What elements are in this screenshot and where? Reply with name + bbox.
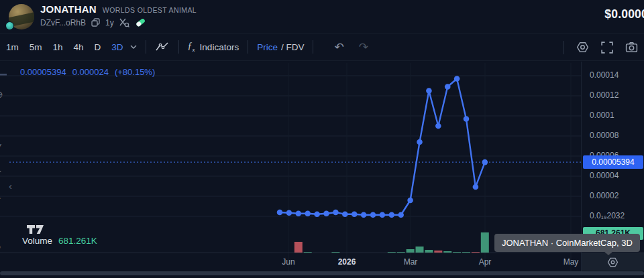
token-name: JONATHAN (40, 3, 97, 15)
interval-button-1h[interactable]: 1h (53, 42, 63, 52)
y-axis-tick: 0.00002 (590, 191, 619, 200)
copy-icon[interactable] (91, 18, 100, 27)
undo-icon[interactable]: ↶ (334, 40, 343, 54)
toolbar-divider (178, 40, 179, 54)
price-point (389, 212, 395, 218)
price-point (361, 212, 367, 218)
fdv-toggle[interactable]: / FDV (281, 42, 305, 52)
pill-icon[interactable] (135, 17, 146, 27)
header-price-display: $0.0000 (604, 7, 644, 21)
interval-button-4h[interactable]: 4h (74, 42, 84, 52)
price-point (464, 116, 470, 122)
axis-settings-button[interactable] (582, 253, 644, 271)
volume-label[interactable]: Volume (22, 236, 52, 246)
range-label[interactable]: 1y (105, 18, 114, 27)
chart-tooltip: JONATHAN · CoinMarketCap, 3D (494, 234, 640, 252)
tooltip-notch (604, 251, 613, 255)
toolbar-divider (146, 40, 146, 54)
y-axis-tick: 0.0₁₉2032 (590, 211, 625, 220)
price-point (407, 198, 413, 204)
toolbar-divider (563, 41, 564, 54)
tradingview-logo[interactable] (27, 225, 46, 234)
price-point (380, 212, 386, 218)
fullscreen-icon[interactable] (601, 42, 613, 54)
y-axis-tick: 0.00014 (590, 70, 619, 80)
x-search-icon[interactable] (119, 18, 129, 27)
chevron-down-icon[interactable] (130, 45, 137, 49)
x-axis-label: 2026 (332, 257, 362, 267)
token-tagline: WORLDS OLDEST ANIMAL (103, 6, 197, 14)
price-point (370, 212, 376, 218)
indicators-button[interactable]: Indicators (200, 42, 239, 52)
gear-icon (607, 257, 619, 268)
price-current: 0.00005394 (20, 67, 66, 77)
price-toggle[interactable]: Price (257, 42, 278, 52)
header: JONATHAN WORLDS OLDEST ANIMAL DZvF...oRh… (0, 0, 644, 33)
price-point (342, 211, 348, 217)
price-point (426, 88, 432, 94)
chart-type-icon[interactable] (155, 41, 170, 53)
interval-button-3d[interactable]: 3D (111, 42, 123, 52)
price-change-pct: (+80.15%) (115, 67, 155, 77)
price-point (435, 123, 441, 129)
toolbar-divider (248, 40, 248, 54)
price-line (280, 79, 485, 215)
y-axis-tick: 0.00008 (590, 131, 619, 140)
trading-chart-app: JONATHAN WORLDS OLDEST ANIMAL DZvF...oRh… (0, 0, 644, 278)
price-point (305, 211, 311, 217)
toolbar-divider (313, 40, 313, 54)
price-point (352, 211, 358, 217)
price-change-abs: 0.000024 (72, 67, 109, 77)
price-point (398, 212, 404, 218)
camera-icon[interactable] (625, 42, 638, 53)
price-point (445, 84, 451, 90)
price-point (314, 211, 320, 217)
interval-button-5m[interactable]: 5m (30, 42, 42, 52)
x-axis-label: Jun (274, 257, 303, 267)
price-point (454, 76, 460, 82)
redo-icon[interactable]: ↷ (359, 40, 368, 54)
horizontal-scrollbar[interactable] (0, 271, 644, 275)
current-price-tag: 0.00005394 (583, 155, 643, 169)
x-axis-label: Apr (470, 257, 500, 267)
token-address[interactable]: DZvF...oRhB (40, 18, 86, 27)
time-axis[interactable]: Jun2026MarAprMay (0, 253, 644, 271)
y-axis-tick: 0.00004 (590, 171, 619, 180)
price-point (296, 211, 302, 217)
interval-button-d[interactable]: D (95, 42, 101, 52)
x-axis-label: Mar (396, 257, 425, 267)
price-point (323, 211, 329, 217)
volume-value: 681.261K (58, 236, 97, 246)
volume-bar (481, 232, 489, 253)
chart-toolbar: 1m5m1h4hD3D ƒx Indicators Price / FDV ↶ … (0, 33, 644, 61)
price-point (333, 210, 339, 216)
price-point (482, 159, 488, 165)
y-axis-tick: 0.00012 (590, 90, 619, 100)
volume-legend: Volume 681.261K (22, 236, 97, 246)
price-readout: 0.00005394 0.000024 (+80.15%) (20, 67, 155, 77)
price-point (286, 210, 292, 216)
price-point (277, 210, 283, 216)
price-point (417, 139, 423, 145)
chain-badge-icon (5, 21, 14, 30)
y-axis-tick: 0.0001 (590, 111, 614, 120)
settings-gear-icon[interactable] (576, 41, 589, 54)
fx-icon: ƒx (188, 41, 195, 53)
interval-button-1m[interactable]: 1m (6, 42, 19, 52)
volume-bar (294, 242, 303, 253)
price-point (473, 184, 479, 190)
interval-group: 1m5m1h4hD3D (0, 42, 123, 52)
